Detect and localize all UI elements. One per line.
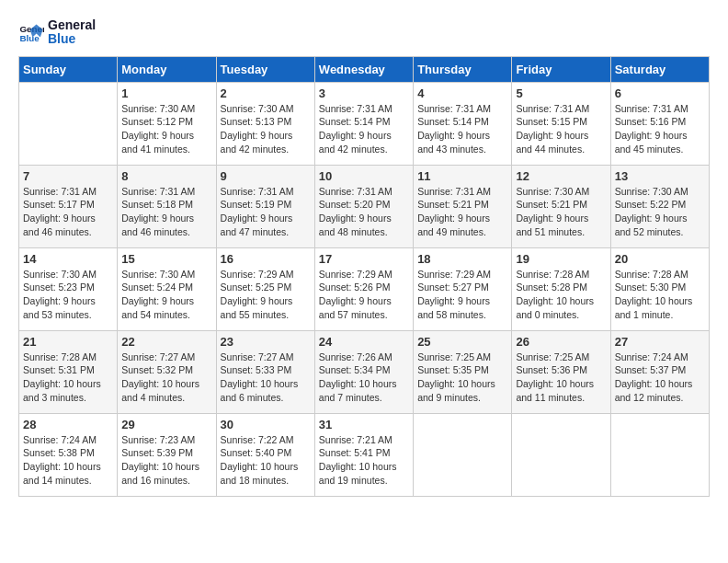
- logo: General Blue General Blue: [18, 18, 96, 47]
- calendar-cell: 14Sunrise: 7:30 AMSunset: 5:23 PMDayligh…: [19, 247, 118, 330]
- calendar-week-row: 1Sunrise: 7:30 AMSunset: 5:12 PMDaylight…: [19, 82, 710, 165]
- weekday-header: Saturday: [610, 56, 709, 82]
- calendar-cell: 27Sunrise: 7:24 AMSunset: 5:37 PMDayligh…: [610, 330, 709, 413]
- day-number: 22: [121, 335, 211, 349]
- calendar-cell: 18Sunrise: 7:29 AMSunset: 5:27 PMDayligh…: [414, 247, 512, 330]
- calendar-cell: 23Sunrise: 7:27 AMSunset: 5:33 PMDayligh…: [216, 330, 314, 413]
- day-number: 4: [417, 86, 507, 100]
- cell-info: Sunrise: 7:27 AMSunset: 5:32 PMDaylight:…: [121, 350, 211, 405]
- calendar-cell: 5Sunrise: 7:31 AMSunset: 5:15 PMDaylight…: [512, 82, 610, 165]
- calendar-cell: 24Sunrise: 7:26 AMSunset: 5:34 PMDayligh…: [314, 330, 413, 413]
- cell-info: Sunrise: 7:29 AMSunset: 5:27 PMDaylight:…: [417, 268, 507, 322]
- cell-info: Sunrise: 7:31 AMSunset: 5:21 PMDaylight:…: [417, 185, 507, 239]
- day-number: 2: [221, 86, 311, 100]
- calendar-cell: 10Sunrise: 7:31 AMSunset: 5:20 PMDayligh…: [314, 165, 413, 247]
- calendar-cell: 7Sunrise: 7:31 AMSunset: 5:17 PMDaylight…: [19, 165, 118, 247]
- cell-info: Sunrise: 7:30 AMSunset: 5:22 PMDaylight:…: [615, 185, 705, 239]
- cell-info: Sunrise: 7:30 AMSunset: 5:23 PMDaylight:…: [23, 268, 113, 322]
- day-number: 14: [23, 252, 113, 266]
- cell-info: Sunrise: 7:31 AMSunset: 5:14 PMDaylight:…: [319, 102, 409, 156]
- cell-info: Sunrise: 7:31 AMSunset: 5:20 PMDaylight:…: [319, 185, 409, 239]
- page-header: General Blue General Blue: [18, 18, 710, 47]
- day-number: 20: [615, 252, 705, 266]
- calendar-cell: 11Sunrise: 7:31 AMSunset: 5:21 PMDayligh…: [414, 165, 512, 247]
- calendar-cell: 17Sunrise: 7:29 AMSunset: 5:26 PMDayligh…: [314, 247, 413, 330]
- calendar-cell: [19, 82, 118, 165]
- cell-info: Sunrise: 7:24 AMSunset: 5:37 PMDaylight:…: [615, 350, 705, 405]
- calendar-cell: 29Sunrise: 7:23 AMSunset: 5:39 PMDayligh…: [118, 413, 216, 496]
- calendar-cell: 21Sunrise: 7:28 AMSunset: 5:31 PMDayligh…: [19, 330, 118, 413]
- day-number: 21: [23, 335, 113, 349]
- calendar-cell: 28Sunrise: 7:24 AMSunset: 5:38 PMDayligh…: [19, 413, 118, 496]
- day-number: 31: [319, 418, 409, 431]
- logo-icon: General Blue: [18, 19, 44, 45]
- cell-info: Sunrise: 7:31 AMSunset: 5:18 PMDaylight:…: [121, 185, 211, 239]
- cell-info: Sunrise: 7:31 AMSunset: 5:16 PMDaylight:…: [615, 102, 705, 156]
- calendar-cell: 16Sunrise: 7:29 AMSunset: 5:25 PMDayligh…: [216, 247, 314, 330]
- cell-info: Sunrise: 7:30 AMSunset: 5:12 PMDaylight:…: [121, 102, 211, 156]
- calendar-cell: 4Sunrise: 7:31 AMSunset: 5:14 PMDaylight…: [414, 82, 512, 165]
- cell-info: Sunrise: 7:30 AMSunset: 5:13 PMDaylight:…: [221, 102, 311, 156]
- calendar-week-row: 21Sunrise: 7:28 AMSunset: 5:31 PMDayligh…: [19, 330, 710, 413]
- cell-info: Sunrise: 7:30 AMSunset: 5:24 PMDaylight:…: [121, 268, 211, 322]
- weekday-header: Tuesday: [216, 56, 314, 82]
- cell-info: Sunrise: 7:30 AMSunset: 5:21 PMDaylight:…: [516, 185, 606, 239]
- day-number: 28: [23, 418, 113, 431]
- calendar-cell: [512, 413, 610, 496]
- cell-info: Sunrise: 7:29 AMSunset: 5:25 PMDaylight:…: [221, 268, 311, 322]
- cell-info: Sunrise: 7:24 AMSunset: 5:38 PMDaylight:…: [23, 433, 113, 488]
- weekday-header: Sunday: [19, 56, 118, 82]
- calendar-cell: 13Sunrise: 7:30 AMSunset: 5:22 PMDayligh…: [610, 165, 709, 247]
- calendar-cell: 2Sunrise: 7:30 AMSunset: 5:13 PMDaylight…: [216, 82, 314, 165]
- calendar-cell: 19Sunrise: 7:28 AMSunset: 5:28 PMDayligh…: [512, 247, 610, 330]
- cell-info: Sunrise: 7:31 AMSunset: 5:17 PMDaylight:…: [23, 185, 113, 239]
- weekday-header: Friday: [512, 56, 610, 82]
- day-number: 23: [221, 335, 311, 349]
- calendar-cell: 15Sunrise: 7:30 AMSunset: 5:24 PMDayligh…: [118, 247, 216, 330]
- calendar-week-row: 14Sunrise: 7:30 AMSunset: 5:23 PMDayligh…: [19, 247, 710, 330]
- calendar-cell: 25Sunrise: 7:25 AMSunset: 5:35 PMDayligh…: [414, 330, 512, 413]
- calendar-table: SundayMondayTuesdayWednesdayThursdayFrid…: [18, 56, 710, 497]
- day-number: 16: [221, 252, 311, 266]
- cell-info: Sunrise: 7:28 AMSunset: 5:31 PMDaylight:…: [23, 350, 113, 405]
- calendar-cell: 9Sunrise: 7:31 AMSunset: 5:19 PMDaylight…: [216, 165, 314, 247]
- calendar-cell: [414, 413, 512, 496]
- cell-info: Sunrise: 7:23 AMSunset: 5:39 PMDaylight:…: [121, 433, 211, 488]
- day-number: 6: [615, 86, 705, 100]
- cell-info: Sunrise: 7:31 AMSunset: 5:15 PMDaylight:…: [516, 102, 606, 156]
- logo-blue: Blue: [48, 32, 96, 46]
- calendar-cell: 20Sunrise: 7:28 AMSunset: 5:30 PMDayligh…: [610, 247, 709, 330]
- day-number: 29: [121, 418, 211, 431]
- cell-info: Sunrise: 7:28 AMSunset: 5:28 PMDaylight:…: [516, 268, 606, 322]
- weekday-header: Thursday: [414, 56, 512, 82]
- day-number: 5: [516, 86, 606, 100]
- calendar-cell: 6Sunrise: 7:31 AMSunset: 5:16 PMDaylight…: [610, 82, 709, 165]
- day-number: 17: [319, 252, 409, 266]
- day-number: 10: [319, 169, 409, 183]
- cell-info: Sunrise: 7:29 AMSunset: 5:26 PMDaylight:…: [319, 268, 409, 322]
- calendar-cell: 31Sunrise: 7:21 AMSunset: 5:41 PMDayligh…: [314, 413, 413, 496]
- day-number: 9: [221, 169, 311, 183]
- day-number: 7: [23, 169, 113, 183]
- cell-info: Sunrise: 7:21 AMSunset: 5:41 PMDaylight:…: [319, 433, 409, 488]
- calendar-cell: 3Sunrise: 7:31 AMSunset: 5:14 PMDaylight…: [314, 82, 413, 165]
- calendar-cell: 1Sunrise: 7:30 AMSunset: 5:12 PMDaylight…: [118, 82, 216, 165]
- day-number: 8: [121, 169, 211, 183]
- day-number: 25: [417, 335, 507, 349]
- logo-general: General: [48, 18, 96, 32]
- day-number: 12: [516, 169, 606, 183]
- cell-info: Sunrise: 7:31 AMSunset: 5:14 PMDaylight:…: [417, 102, 507, 156]
- day-number: 24: [319, 335, 409, 349]
- cell-info: Sunrise: 7:25 AMSunset: 5:36 PMDaylight:…: [516, 350, 606, 405]
- day-number: 11: [417, 169, 507, 183]
- cell-info: Sunrise: 7:28 AMSunset: 5:30 PMDaylight:…: [615, 268, 705, 322]
- svg-text:Blue: Blue: [19, 33, 40, 43]
- day-number: 26: [516, 335, 606, 349]
- calendar-cell: 30Sunrise: 7:22 AMSunset: 5:40 PMDayligh…: [216, 413, 314, 496]
- cell-info: Sunrise: 7:26 AMSunset: 5:34 PMDaylight:…: [319, 350, 409, 405]
- calendar-cell: 8Sunrise: 7:31 AMSunset: 5:18 PMDaylight…: [118, 165, 216, 247]
- day-number: 15: [121, 252, 211, 266]
- calendar-week-row: 28Sunrise: 7:24 AMSunset: 5:38 PMDayligh…: [19, 413, 710, 496]
- weekday-header: Wednesday: [314, 56, 413, 82]
- calendar-cell: [610, 413, 709, 496]
